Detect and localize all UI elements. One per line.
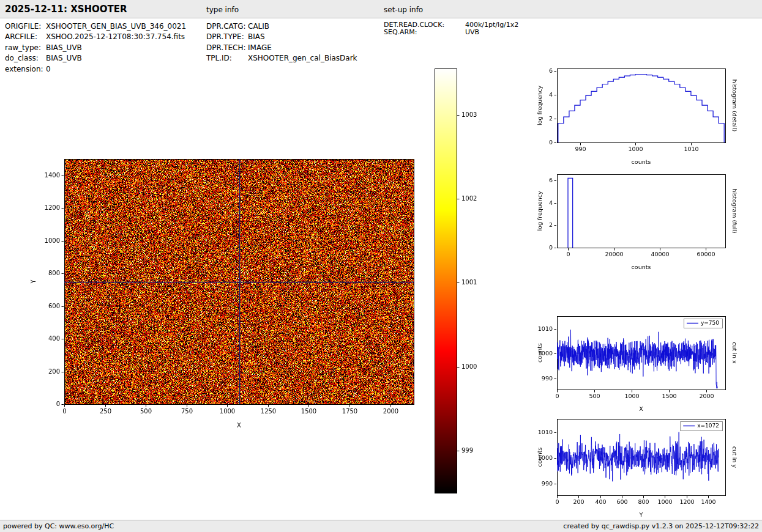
setup-info-block: DET.READ.CLOCK: 400k/1pt/lg/1x2 SEQ.ARM:…: [384, 21, 518, 36]
info-value: 400k/1pt/lg/1x2: [465, 21, 518, 29]
info-row-det-read-clock: DET.READ.CLOCK: 400k/1pt/lg/1x2: [384, 21, 518, 29]
info-label: DPR.TYPE:: [206, 32, 248, 41]
info-row-raw-type: raw_type: BIAS_UVB: [5, 42, 186, 53]
info-value: XSHOOTER_GEN_BIAS_UVB_346_0021: [46, 22, 186, 31]
cut-in-y-plot: [532, 408, 760, 531]
info-label: ARCFILE:: [5, 32, 46, 41]
info-value: CALIB: [248, 22, 269, 31]
info-row-dpr-catg: DPR.CATG: CALIB: [206, 21, 357, 32]
cut-in-x-plot: [532, 306, 760, 425]
info-row-tpl-id: TPL.ID: XSHOOTER_gen_cal_BiasDark: [206, 53, 357, 64]
info-row-origfile: ORIGFILE: XSHOOTER_GEN_BIAS_UVB_346_0021: [5, 21, 186, 32]
setup-info-heading: set-up info: [384, 6, 423, 14]
info-row-do-class: do_class: BIAS_UVB: [5, 53, 186, 64]
info-value: UVB: [465, 28, 479, 36]
info-label: TPL.ID:: [206, 54, 248, 62]
info-value: XSHOOTER_gen_cal_BiasDark: [248, 54, 357, 62]
info-label: ORIGFILE:: [5, 22, 46, 31]
histogram-full-plot: [532, 165, 760, 284]
type-info-heading: type info: [206, 6, 239, 14]
footer-right-text: created by qc_rawdisp.py v1.2.3 on 2025-…: [563, 522, 759, 530]
info-row-arcfile: ARCFILE: XSHOO.2025-12-12T08:30:37.754.f…: [5, 32, 186, 43]
colorbar: [422, 61, 502, 508]
page-title: 2025-12-11: XSHOOTER: [5, 4, 127, 15]
info-value: IMAGE: [248, 43, 272, 52]
info-value: BIAS_UVB: [46, 43, 82, 52]
info-row-seq-arm: SEQ.ARM: UVB: [384, 29, 518, 37]
info-label: SEQ.ARM:: [384, 28, 465, 36]
info-row-dpr-type: DPR.TYPE: BIAS: [206, 32, 357, 43]
footer-bar: powered by QC: www.eso.org/HC created by…: [0, 520, 762, 532]
info-label: raw_type:: [5, 43, 46, 52]
info-label: DPR.CATG:: [206, 22, 248, 31]
type-info-block: DPR.CATG: CALIB DPR.TYPE: BIAS DPR.TECH:…: [206, 21, 357, 64]
histogram-detail-plot: [532, 58, 760, 177]
info-label: extension:: [5, 65, 46, 73]
header-bar: 2025-12-11: XSHOOTER type info set-up in…: [0, 0, 762, 18]
bias-image-heatmap: [18, 141, 435, 440]
info-value: BIAS_UVB: [46, 54, 82, 62]
info-label: do_class:: [5, 54, 46, 62]
info-row-extension: extension: 0: [5, 64, 186, 75]
info-value: 0: [46, 65, 51, 73]
info-label: DPR.TECH:: [206, 43, 248, 52]
info-value: XSHOO.2025-12-12T08:30:37.754.fits: [46, 32, 185, 41]
file-info-block: ORIGFILE: XSHOOTER_GEN_BIAS_UVB_346_0021…: [5, 21, 186, 75]
info-row-dpr-tech: DPR.TECH: IMAGE: [206, 42, 357, 53]
footer-left-text: powered by QC: www.eso.org/HC: [3, 522, 114, 530]
info-value: BIAS: [248, 32, 265, 41]
info-label: DET.READ.CLOCK:: [384, 21, 465, 29]
